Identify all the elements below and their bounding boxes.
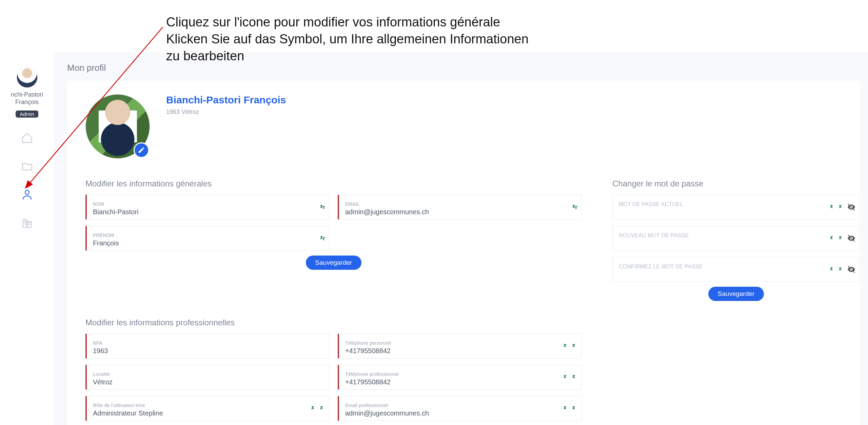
section-password-title: Changer le mot de passe: [612, 179, 860, 188]
eye-off-icon[interactable]: [847, 265, 856, 274]
field-nom[interactable]: NOM Bianchi-Pastori: [85, 195, 330, 220]
field-new-password[interactable]: NOUVEAU MOT DE PASSE: [612, 226, 860, 251]
translate-icon[interactable]: [563, 374, 569, 381]
section-general-title: Modifier les informations générales: [85, 179, 582, 188]
profile-header: Bianchi-Pastori François 1963 Vétroz: [85, 94, 842, 159]
profile-card: Bianchi-Pastori François 1963 Vétroz Mod…: [67, 81, 861, 425]
translate-icon[interactable]: [563, 405, 569, 412]
translate-icon[interactable]: [319, 405, 326, 412]
annotation-line3: zu bearbeiten: [166, 47, 529, 64]
field-icons: [829, 265, 856, 274]
save-password-button[interactable]: Sauvegarder: [708, 287, 764, 301]
field-email-value: admin@jugescommunes.ch: [345, 208, 560, 216]
general-fields: NOM Bianchi-Pastori EMAIL admin@jugescom…: [85, 195, 582, 251]
eye-off-icon[interactable]: [847, 234, 856, 243]
translate-icon[interactable]: [838, 235, 845, 242]
field-email-pro-label: Email professionnel: [345, 403, 560, 408]
edit-avatar-button[interactable]: [134, 142, 149, 158]
field-confirm-password-value: [619, 271, 838, 278]
translate-icon[interactable]: [829, 266, 836, 273]
profile-subtitle: 1963 Vétroz: [166, 108, 286, 116]
password-fields: MOT DE PASSE ACTUEL NOUVEAU MOT DE PASSE: [612, 195, 860, 282]
section-general: Modifier les informations générales NOM …: [85, 179, 582, 270]
field-email-pro-value: admin@jugescommunes.ch: [345, 409, 560, 417]
translate-icon[interactable]: [838, 266, 845, 273]
field-prenom-label: PRÉNOM: [93, 232, 308, 238]
field-new-password-label: NOUVEAU MOT DE PASSE: [619, 232, 838, 239]
field-role[interactable]: Rôle de l'utilisateur·trice Administrate…: [85, 396, 330, 421]
field-email[interactable]: EMAIL admin@jugescommunes.ch: [338, 195, 582, 220]
folder-icon[interactable]: [20, 160, 34, 173]
section-password: Changer le mot de passe MOT DE PASSE ACT…: [612, 179, 860, 301]
translate-icon[interactable]: [310, 405, 317, 412]
field-icons: [563, 405, 578, 412]
sidebar: nchi-Pastori François Admin: [0, 53, 54, 425]
section-professional: Modifier les informations professionnell…: [85, 318, 582, 425]
field-nom-value: Bianchi-Pastori: [93, 208, 308, 216]
sidebar-user-name: nchi-Pastori François: [0, 91, 54, 106]
annotation-line2: Klicken Sie auf das Symbol, um Ihre allg…: [166, 31, 529, 47]
password-save-row: Sauvegarder: [612, 282, 860, 301]
translate-icon[interactable]: [571, 374, 578, 381]
translate-icon[interactable]: [838, 204, 845, 210]
profile-display-name: Bianchi-Pastori François: [166, 94, 286, 106]
field-icons: [829, 202, 856, 212]
field-current-password-value: [619, 209, 838, 216]
field-icons: [319, 235, 326, 242]
field-role-value: Administrateur Stepline: [93, 409, 308, 417]
field-npa-value: 1963: [93, 347, 308, 355]
field-email-label: EMAIL: [345, 201, 560, 207]
field-prenom[interactable]: PRÉNOM François: [85, 226, 330, 251]
translate-icon[interactable]: [563, 343, 569, 349]
field-tel-pro[interactable]: Téléphone professionnel +41795508842: [338, 365, 582, 390]
field-tel-perso-label: Téléphone personnel: [345, 340, 560, 346]
field-confirm-password-label: CONFIRMEZ LE MOT DE PASSE: [619, 264, 838, 270]
field-confirm-password[interactable]: CONFIRMEZ LE MOT DE PASSE: [612, 257, 860, 282]
field-new-password-value: [619, 240, 838, 247]
field-icons: [319, 204, 326, 210]
field-localite[interactable]: Localité Vétroz: [85, 365, 330, 390]
profile-title-block: Bianchi-Pastori François 1963 Vétroz: [166, 94, 286, 116]
field-prenom-value: François: [93, 239, 308, 247]
svg-point-2: [25, 190, 29, 195]
translate-icon[interactable]: [319, 204, 326, 210]
field-localite-value: Vétroz: [93, 378, 308, 386]
field-tel-perso-value: +41795508842: [345, 347, 560, 355]
field-npa-label: NPA: [93, 340, 308, 346]
professional-fields: NPA 1963 Téléphone personnel +4179550884…: [85, 333, 582, 421]
translate-icon[interactable]: [571, 405, 578, 412]
general-save-row: Sauvegarder: [85, 251, 582, 270]
field-current-password[interactable]: MOT DE PASSE ACTUEL: [612, 195, 860, 220]
profile-icon[interactable]: [20, 188, 34, 202]
avatar-wrapper: [85, 94, 150, 159]
field-icons: [829, 234, 856, 243]
save-general-button[interactable]: Sauvegarder: [306, 256, 362, 270]
field-icons: [571, 204, 578, 210]
field-icons: [563, 374, 578, 381]
field-tel-pro-label: Téléphone professionnel: [345, 371, 560, 377]
eye-off-icon[interactable]: [847, 202, 856, 212]
professional-save-row: Sauvegarder: [85, 421, 582, 425]
translate-icon[interactable]: [829, 235, 836, 242]
sidebar-avatar[interactable]: [17, 67, 38, 88]
field-nom-label: NOM: [93, 201, 308, 207]
translate-icon[interactable]: [571, 204, 578, 210]
field-role-label: Rôle de l'utilisateur·trice: [93, 403, 308, 408]
translate-icon[interactable]: [829, 204, 836, 210]
field-email-pro[interactable]: Email professionnel admin@jugescommunes.…: [338, 396, 582, 421]
building-icon[interactable]: [20, 217, 34, 230]
home-icon[interactable]: [20, 131, 34, 145]
section-professional-title: Modifier les informations professionnell…: [85, 318, 582, 327]
field-tel-perso[interactable]: Téléphone personnel +41795508842: [338, 333, 582, 359]
translate-icon[interactable]: [319, 235, 326, 242]
annotation-overlay: Cliquez sur l'icone pour modifier vos in…: [166, 14, 529, 64]
field-current-password-label: MOT DE PASSE ACTUEL: [619, 201, 838, 207]
translate-icon[interactable]: [571, 343, 578, 349]
annotation-line1: Cliquez sur l'icone pour modifier vos in…: [166, 14, 529, 31]
field-localite-label: Localité: [93, 371, 308, 377]
sidebar-nav: [20, 131, 34, 230]
field-npa[interactable]: NPA 1963: [85, 333, 330, 359]
field-icons: [310, 405, 326, 412]
sections-row-top: Modifier les informations générales NOM …: [85, 179, 842, 301]
field-icons: [563, 343, 578, 349]
